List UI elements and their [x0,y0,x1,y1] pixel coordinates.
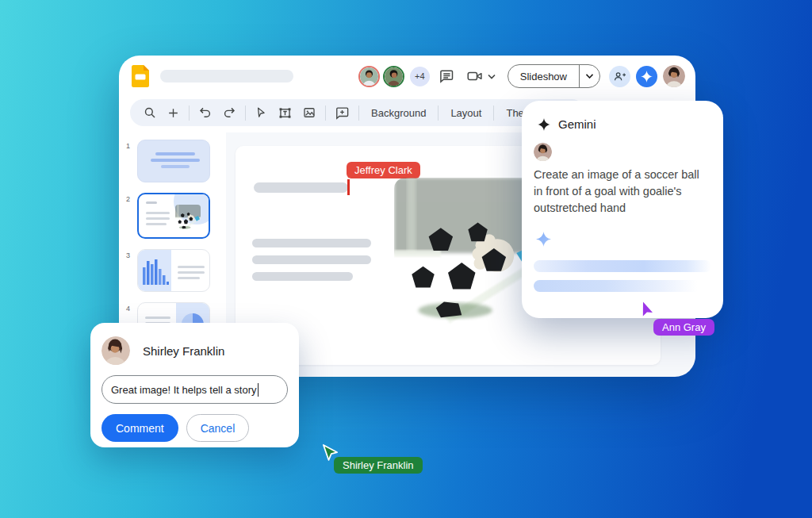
collaborator-label-ann: Ann Gray [653,319,714,336]
avatar-profile-woman [534,143,552,161]
slide-thumbnail-3[interactable] [137,249,210,292]
share-person-add-icon [613,71,626,82]
slides-logo-glyph [132,65,149,87]
document-title-placeholder[interactable] [160,70,293,82]
presence-avatar-collaborator-1[interactable] [358,66,380,87]
redo-icon [222,106,236,120]
comment-actions: Comment Cancel [102,414,288,442]
gemini-sparkle-icon [641,71,653,82]
profile-avatar[interactable] [663,65,685,87]
comment-submit-button[interactable]: Comment [102,414,178,442]
comments-icon [439,68,454,84]
gemini-button[interactable] [636,66,657,87]
comments-button[interactable] [435,68,458,84]
marketing-background: { "topbar": { "presence_overflow": "+4",… [0,0,812,518]
main-toolbar: Background Layout Theme [130,99,585,126]
toolbar-divider [438,106,439,121]
chevron-down-icon [586,74,593,79]
gemini-sparkle-icon [538,118,550,131]
title-text-placeholder[interactable] [254,182,348,193]
avatar-shirley [102,336,130,365]
undo-icon [198,106,213,120]
slides-logo-icon[interactable] [132,65,149,87]
layout-menu-button[interactable]: Layout [442,107,489,119]
body-text-line-2[interactable] [252,255,371,264]
gemini-panel-title: Gemini [558,117,596,131]
insert-image-button[interactable] [297,106,321,120]
comment-card: Shirley Franklin Great image! It helps t… [90,323,299,447]
prompt-line: in front of a goal with goalie's [534,183,711,200]
add-comment-button[interactable] [330,106,354,121]
gemini-prompt-text: Create an image of a soccer ball in fron… [534,167,711,217]
gemini-side-panel: Gemini Create an image of a soccer ball … [522,101,723,318]
toolbar-divider [493,106,494,121]
presence-overflow-badge[interactable]: +4 [410,67,430,86]
comment-input[interactable]: Great image! It helps tell a story [102,375,288,404]
slideshow-button[interactable]: Slideshow [508,65,579,87]
select-tool-button[interactable] [250,106,273,120]
gemini-panel-header: Gemini [534,117,711,131]
avatar-profile-woman [663,65,685,87]
thumbnail-bar-chart [140,250,171,292]
presence-avatar-collaborator-2[interactable] [383,66,404,87]
video-call-button[interactable] [463,68,499,84]
slide-thumbnail-1[interactable] [137,140,210,182]
body-text-line-3[interactable] [252,272,353,281]
comment-author-row: Shirley Franklin [102,336,288,365]
zoom-in-button[interactable] [162,106,185,120]
filmstrip-item-3: 3 [119,249,226,292]
slideshow-split-button: Slideshow [508,64,600,88]
filmstrip-item-1: 1 [119,140,226,182]
comment-input-caret [258,383,259,397]
collaborator-label-shirley: Shirley Franklin [334,457,423,474]
search-menus-button[interactable] [138,106,162,120]
insert-image-icon [302,106,316,120]
prompt-line: Create an image of a soccer ball [534,167,711,183]
jeffrey-text-cursor [347,179,350,195]
slide-number: 3 [119,249,137,292]
avatar-man [360,67,378,86]
select-tool-icon [255,106,268,120]
slide-number: 2 [119,193,137,239]
background-menu-button[interactable]: Background [363,107,434,119]
slide-number: 1 [119,140,137,182]
thumbnail-soccer-image [175,205,201,232]
filmstrip-item-2: 2 [119,193,226,239]
loading-skeleton-bar-2 [534,280,711,292]
search-icon [143,106,157,120]
text-box-button[interactable] [273,106,297,121]
app-top-bar: +4 Slideshow [119,56,695,97]
chevron-down-icon [488,74,496,79]
gemini-generating-indicator [534,232,711,250]
share-button[interactable] [609,66,630,87]
prompt-line: outstretched hand [534,200,711,217]
text-box-icon [278,106,293,121]
toolbar-divider [358,106,359,121]
comment-cancel-button[interactable]: Cancel [186,414,250,442]
slideshow-dropdown-button[interactable] [580,65,599,87]
slide-thumbnail-2-selected[interactable] [137,193,210,239]
comment-author-name: Shirley Franklin [143,344,224,358]
comment-input-value: Great image! It helps tell a story [111,384,257,396]
add-comment-icon [335,106,350,121]
undo-button[interactable] [193,106,217,120]
zoom-in-icon [167,106,180,120]
body-text-line-1[interactable] [252,239,371,247]
toolbar-divider [325,106,326,121]
comment-author-avatar [102,336,130,365]
collaborator-label-jeffrey: Jeffrey Clark [347,162,420,178]
gemini-requester-avatar [534,143,552,161]
gemini-sparkle-icon [536,232,551,247]
avatar-woman [385,67,403,86]
loading-skeleton-bar-1 [534,260,711,272]
video-call-icon [466,68,484,84]
toolbar-divider [245,106,246,121]
toolbar-divider [189,106,190,121]
redo-button[interactable] [217,106,241,120]
top-bar-actions: +4 Slideshow [358,64,685,88]
